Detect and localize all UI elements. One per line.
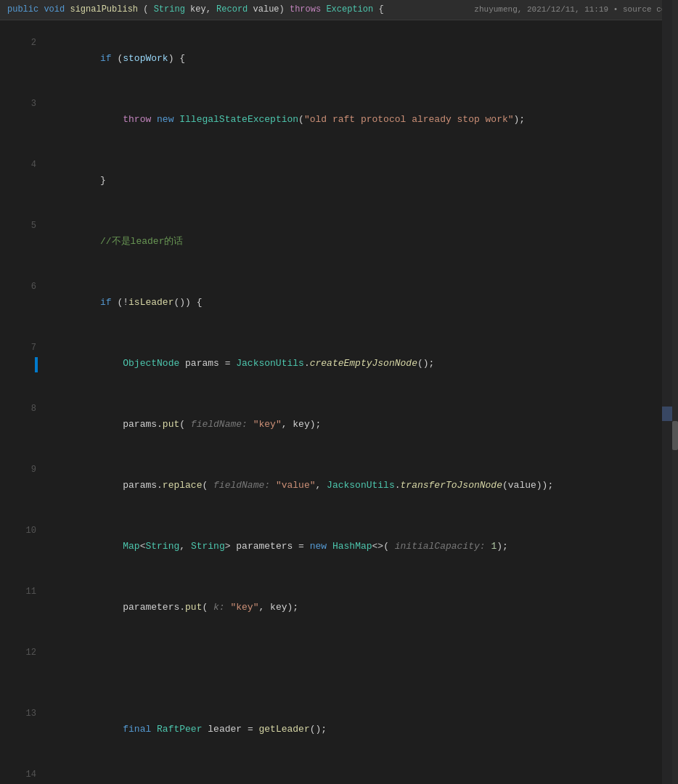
code-line: 9 params.replace( fieldName: "value", Ja… bbox=[44, 447, 662, 508]
code-line: 3 throw new IllegalStateException("old r… bbox=[44, 81, 662, 142]
code-line: 5 //不是leader的话 bbox=[44, 203, 662, 264]
code-line: 10 Map<String, String> parameters = new … bbox=[44, 508, 662, 569]
code-line: 2 if (stopWork) { bbox=[44, 20, 662, 81]
code-line: 13 final RaftPeer leader = getLeader(); bbox=[44, 691, 662, 752]
code-line: 4 } bbox=[44, 142, 662, 203]
gutter-indicator bbox=[35, 357, 38, 372]
code-editor[interactable]: 2 if (stopWork) { 3 throw new IllegalSta… bbox=[0, 20, 678, 784]
keyword-public: public bbox=[7, 4, 38, 15]
commit-meta: zhuyumeng, 2021/12/11, 11:19 • source co… bbox=[474, 4, 671, 17]
code-container: public void signalPublish ( String key, … bbox=[0, 0, 678, 784]
code-line: 14 //发送给leader /raft/datum post请求 bbox=[44, 752, 662, 784]
code-line: 12 bbox=[44, 630, 662, 691]
method-name: signalPublish bbox=[70, 4, 138, 15]
code-line: 11 parameters.put( k: "key", key); bbox=[44, 569, 662, 630]
code-line: 8 params.put( fieldName: "key", key); bbox=[44, 386, 662, 447]
method-header: public void signalPublish ( String key, … bbox=[0, 0, 678, 20]
keyword-throws: throws bbox=[290, 4, 321, 15]
method-signature: public void signalPublish ( String key, … bbox=[7, 3, 460, 17]
code-line: 6 if (!isLeader()) { bbox=[44, 264, 662, 325]
code-line: 7 ObjectNode params = JacksonUtils.creat… bbox=[44, 325, 662, 386]
keyword-void: void bbox=[44, 4, 65, 15]
